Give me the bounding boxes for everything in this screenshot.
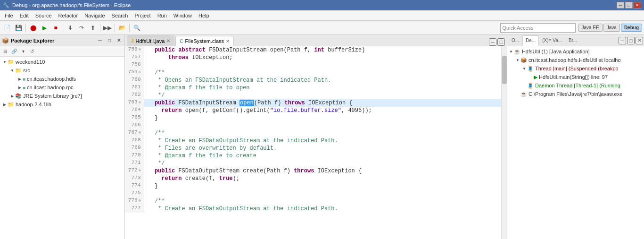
menu-edit[interactable]: Edit [17, 12, 32, 19]
right-panel-maximize-btn[interactable]: □ [627, 37, 635, 44]
toolbar-sep-1 [25, 24, 26, 32]
toolbar-new-btn[interactable]: 📄 [2, 23, 12, 33]
toolbar-step-into-btn[interactable]: ⬇ [65, 23, 75, 33]
menu-project[interactable]: Project [132, 12, 153, 19]
menu-window[interactable]: Window [171, 12, 195, 19]
toolbar-debug-btn[interactable]: ⬤ [28, 23, 38, 33]
line-code-760: * Opens an FSDataInputStream at the indi… [144, 77, 507, 84]
tab-outline[interactable]: O... [508, 35, 522, 46]
line-number-774: 774 [132, 182, 141, 188]
line-code-759: /** [144, 69, 507, 77]
code-editor[interactable]: 756⊖ public abstract FSDataInputStream o… [125, 46, 507, 239]
perspective-buttons: Java EE Java Debug [578, 24, 642, 32]
quick-access-box[interactable]: Quick Access [500, 23, 576, 33]
tree-item-jre[interactable]: ▶ 📚 JRE System Library [jre7] [0, 92, 124, 100]
editor-maximize-btn[interactable]: □ [497, 38, 505, 46]
fold-arrow-776[interactable]: ⊖ [139, 198, 141, 203]
tab-variables[interactable]: (X)= Va... [539, 35, 565, 46]
menu-help[interactable]: Help [196, 12, 212, 19]
scrollbar-thumb[interactable] [502, 56, 507, 84]
debug-arrow-1[interactable]: ▼ [516, 58, 520, 62]
debug-arrow-0[interactable]: ▼ [509, 50, 513, 54]
tab-breakpoints[interactable]: Br... [565, 35, 580, 46]
toolbar-step-return-btn[interactable]: ⬆ [88, 23, 98, 33]
right-panel-tabs: O... De... (X)= Va... Br... ─ □ ✕ [507, 35, 644, 46]
tab-filesystem-close[interactable]: ✕ [226, 39, 230, 44]
fold-arrow-763[interactable]: ⊖ [139, 100, 141, 104]
persp-debug[interactable]: Debug [621, 24, 642, 32]
code-token: "io.file.buffer.size" [270, 107, 341, 114]
code-row-771: 771 */ [125, 160, 507, 167]
tree-item-hadoop-lib[interactable]: ▶ 📁 hadoop-2.4.1lib [0, 100, 124, 109]
menu-navigate[interactable]: Navigate [82, 12, 107, 19]
arrow-hadoop-lib[interactable]: ▶ [2, 102, 8, 107]
fold-arrow-772[interactable]: ⊖ [139, 168, 141, 172]
comment-token: * Files are overwritten by default. [148, 145, 277, 152]
tab-hdfsutil-close[interactable]: ✕ [166, 38, 170, 43]
debug-arrow-2[interactable]: ▼ [522, 67, 526, 71]
code-token: throws [285, 100, 305, 106]
menu-search[interactable]: Search [109, 12, 131, 19]
toolbar-resume-btn[interactable]: ▶▶ [102, 23, 113, 33]
package-explorer-icon: 📦 [2, 37, 9, 44]
arrow-src[interactable]: ▼ [9, 68, 15, 73]
tree-item-hdfs-pkg[interactable]: ▶ ■ cn.itcast.hadoop.hdfs [0, 75, 124, 83]
menu-file[interactable]: File [2, 12, 16, 19]
package-explorer-maximize-btn[interactable]: □ [106, 37, 113, 44]
maximize-button[interactable]: □ [625, 2, 633, 9]
line-code-763: public FSDataInputStream open(Path f) th… [144, 99, 507, 107]
line-num-764: 764 [125, 107, 144, 114]
fold-arrow-759[interactable]: ⊖ [139, 70, 141, 74]
close-button[interactable]: ✕ [634, 2, 641, 9]
debug-item-5[interactable]: ☕C:\Program Files\Java\jre7\bin\javaw.ex… [507, 90, 644, 98]
toolbar-open-btn[interactable]: 📂 [117, 23, 127, 33]
debug-item-2[interactable]: ▼🧵Thread [main] (Suspended (breakpo [507, 64, 644, 73]
editor-minimize-btn[interactable]: ─ [489, 38, 496, 46]
arrow-hdfs-pkg[interactable]: ▶ [17, 76, 23, 82]
sync-btn[interactable]: ↺ [28, 47, 36, 56]
debug-item-4[interactable]: 🧵Daemon Thread [Thread-1] (Running [507, 81, 644, 90]
debug-item-1[interactable]: ▼📦cn.itcast.hadoop.hdfs.HdfsUtil at loca… [507, 56, 644, 64]
toolbar-save-btn[interactable]: 💾 [13, 23, 24, 33]
code-row-761: 761 * @param f the file to open [125, 84, 507, 92]
right-panel-minimize-btn[interactable]: ─ [619, 37, 626, 44]
tab-filesystem[interactable]: C FileSystem.class ✕ [175, 36, 234, 46]
line-number-772: 772 [128, 167, 138, 173]
fold-arrow-767[interactable]: ⊖ [139, 130, 141, 135]
toolbar-run-btn[interactable]: ▶ [39, 23, 50, 33]
debug-item-3[interactable]: ▶HdfsUtil.main(String[]) line: 97 [507, 73, 644, 81]
package-explorer-close-btn[interactable]: ✕ [115, 37, 123, 44]
tree-item-src[interactable]: ▼ 📁 src [0, 66, 124, 75]
persp-java-ee[interactable]: Java EE [578, 24, 603, 32]
arrow-weekend110[interactable]: ▼ [2, 59, 8, 65]
code-row-773: 773 return create(f, true); [125, 175, 507, 182]
collapse-all-btn[interactable]: ⊟ [1, 47, 9, 56]
package-explorer-minimize-btn[interactable]: ─ [96, 37, 104, 44]
code-row-760: 760 * Opens an FSDataInputStream at the … [125, 77, 507, 84]
fold-arrow-756[interactable]: ⊖ [139, 47, 141, 51]
right-panel-close-btn[interactable]: ✕ [636, 37, 643, 44]
toolbar-search-btn[interactable]: 🔍 [132, 23, 142, 33]
toolbar-step-over-btn[interactable]: ↷ [76, 23, 87, 33]
keyword-token: abstract [178, 47, 206, 53]
arrow-jre[interactable]: ▶ [9, 93, 15, 99]
debug-item-0[interactable]: ▼☕HdfsUtil (1) [Java Application] [507, 47, 644, 56]
menu-refactor[interactable]: Refactor [56, 12, 81, 19]
debug-icon-5: ☕ [520, 91, 527, 97]
link-editor-btn[interactable]: 🔗 [10, 47, 18, 56]
view-menu-btn[interactable]: ▾ [19, 47, 27, 56]
menu-source[interactable]: Source [33, 12, 55, 19]
editor-scrollbar[interactable] [501, 46, 507, 239]
arrow-rpc-pkg[interactable]: ▶ [17, 85, 23, 90]
toolbar-stop-btn[interactable]: ■ [50, 23, 61, 33]
code-row-772: 772⊖ public FSDataOutputStream create(Pa… [125, 167, 507, 175]
persp-java[interactable]: Java [603, 24, 620, 32]
tab-debug[interactable]: De... [522, 35, 539, 46]
tree-item-weekend110[interactable]: ▼ 📁 weekend110 [0, 58, 124, 66]
line-num-760: 760 [125, 77, 144, 84]
line-number-759: 759 [128, 69, 138, 75]
tab-hdfsutil[interactable]: J HdfsUtil.java ✕ [127, 35, 174, 46]
minimize-button[interactable]: ─ [617, 2, 624, 9]
tree-item-rpc-pkg[interactable]: ▶ ■ cn.itcast.hadoop.rpc [0, 83, 124, 92]
menu-run[interactable]: Run [155, 12, 170, 19]
